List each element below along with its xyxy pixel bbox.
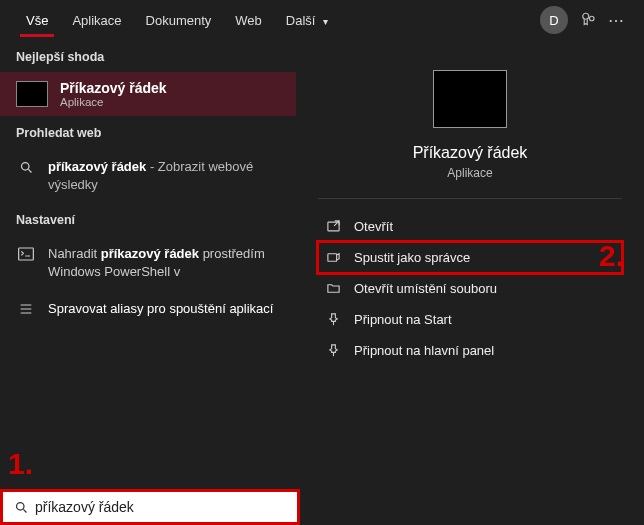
tab-web-label: Web bbox=[235, 13, 262, 28]
svg-rect-3 bbox=[19, 248, 34, 260]
pin-start-icon bbox=[324, 312, 342, 327]
web-result-item[interactable]: příkazový řádek - Zobrazit webové výsled… bbox=[0, 148, 296, 203]
shield-icon bbox=[324, 250, 342, 265]
svg-rect-5 bbox=[327, 254, 336, 262]
list-icon bbox=[16, 300, 36, 316]
search-input[interactable] bbox=[31, 495, 289, 519]
avatar-letter: D bbox=[549, 13, 558, 28]
tab-more-label: Další bbox=[286, 13, 316, 28]
callout-one: 1. bbox=[8, 447, 33, 481]
action-run-as-admin[interactable]: Spustit jako správce bbox=[318, 242, 622, 273]
best-match-subtitle: Aplikace bbox=[60, 96, 167, 108]
more-options-button[interactable]: ⋯ bbox=[602, 11, 630, 30]
rewards-icon[interactable] bbox=[574, 6, 602, 34]
cmd-icon bbox=[16, 81, 48, 107]
callout-two: 2. bbox=[599, 239, 624, 273]
action-pin-taskbar[interactable]: Připnout na hlavní panel bbox=[318, 335, 622, 366]
setting-replace-cmd[interactable]: Nahradit příkazový řádek prostředím Wind… bbox=[0, 235, 296, 290]
tab-apps[interactable]: Aplikace bbox=[60, 3, 133, 37]
svg-rect-4 bbox=[327, 222, 338, 231]
svg-point-1 bbox=[590, 16, 595, 21]
tab-docs-label: Dokumenty bbox=[146, 13, 212, 28]
tab-all-label: Vše bbox=[26, 13, 48, 28]
action-open-label: Otevřít bbox=[354, 219, 393, 234]
pin-taskbar-icon bbox=[324, 343, 342, 358]
preview-subtitle: Aplikace bbox=[447, 166, 492, 180]
action-run-as-admin-label: Spustit jako správce bbox=[354, 250, 470, 265]
folder-icon bbox=[324, 281, 342, 296]
web-heading: Prohledat web bbox=[0, 116, 296, 148]
tab-more[interactable]: Další ▾ bbox=[274, 3, 340, 37]
tab-web[interactable]: Web bbox=[223, 3, 274, 37]
best-match-item[interactable]: Příkazový řádek Aplikace bbox=[0, 72, 296, 116]
svg-point-6 bbox=[16, 502, 24, 510]
preview-cmd-icon bbox=[433, 70, 507, 128]
action-pin-start[interactable]: Připnout na Start bbox=[318, 304, 622, 335]
setting-manage-aliases-text: Spravovat aliasy pro spouštění aplikací bbox=[48, 300, 273, 318]
tab-all[interactable]: Vše bbox=[14, 3, 60, 37]
preview-pane: Příkazový řádek Aplikace Otevřít Spustit… bbox=[296, 40, 644, 489]
action-pin-start-label: Připnout na Start bbox=[354, 312, 452, 327]
setting-manage-aliases[interactable]: Spravovat aliasy pro spouštění aplikací bbox=[0, 290, 296, 328]
tab-apps-label: Aplikace bbox=[72, 13, 121, 28]
action-open[interactable]: Otevřít bbox=[318, 211, 622, 242]
search-bar[interactable] bbox=[0, 489, 300, 525]
search-icon bbox=[16, 158, 36, 175]
action-open-location-label: Otevřít umístění souboru bbox=[354, 281, 497, 296]
settings-heading: Nastavení bbox=[0, 203, 296, 235]
terminal-icon bbox=[16, 245, 36, 261]
preview-title: Příkazový řádek bbox=[413, 144, 528, 162]
svg-point-0 bbox=[583, 13, 589, 19]
user-avatar[interactable]: D bbox=[540, 6, 568, 34]
action-pin-taskbar-label: Připnout na hlavní panel bbox=[354, 343, 494, 358]
open-icon bbox=[324, 219, 342, 234]
search-icon bbox=[11, 500, 31, 515]
action-open-location[interactable]: Otevřít umístění souboru bbox=[318, 273, 622, 304]
svg-point-2 bbox=[21, 163, 29, 171]
setting-replace-cmd-text: Nahradit příkazový řádek prostředím Wind… bbox=[48, 245, 280, 280]
tab-docs[interactable]: Dokumenty bbox=[134, 3, 224, 37]
best-match-title: Příkazový řádek bbox=[60, 80, 167, 96]
best-match-heading: Nejlepší shoda bbox=[0, 40, 296, 72]
chevron-down-icon: ▾ bbox=[323, 16, 328, 27]
results-pane: Nejlepší shoda Příkazový řádek Aplikace … bbox=[0, 40, 296, 489]
web-result-text: příkazový řádek - Zobrazit webové výsled… bbox=[48, 158, 280, 193]
